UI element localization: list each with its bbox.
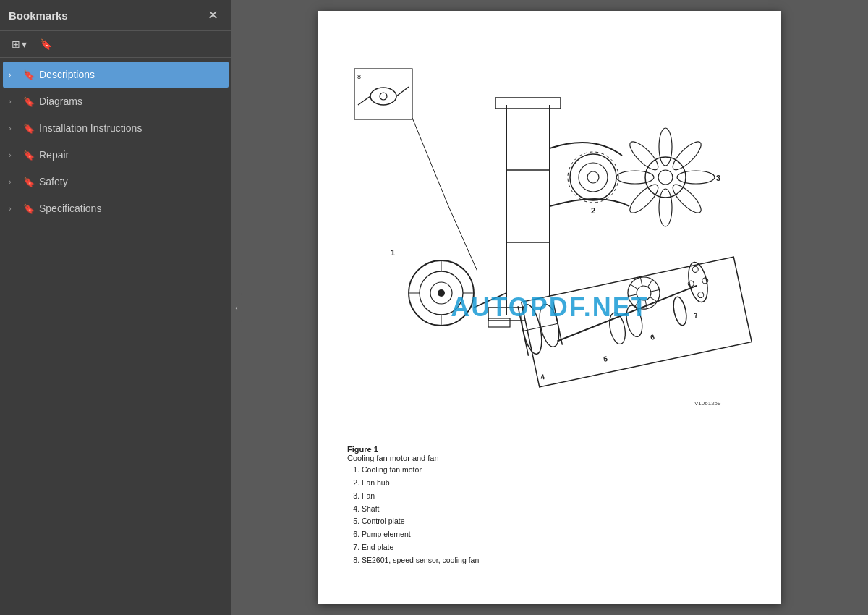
sidebar: Bookmarks ✕ ⊞ ▾ 🔖 › 🔖 Descriptions › 🔖 D… <box>0 0 231 615</box>
sidebar-title: Bookmarks <box>9 9 68 22</box>
parts-list-item: Fan hub <box>362 477 752 490</box>
bookmark-icon: 🔖 <box>23 96 35 107</box>
parts-list-item: End plate <box>362 541 752 554</box>
parts-list-item: SE2601, speed sensor, cooling fan <box>362 554 752 567</box>
bookmark-icon: 🔖 <box>23 150 35 161</box>
sidebar-item-label: Safety <box>39 176 221 187</box>
svg-text:1: 1 <box>391 248 395 257</box>
parts-list: Cooling fan motorFan hubFanShaftControl … <box>347 464 752 567</box>
parts-list-item: Fan <box>362 490 752 503</box>
sidebar-item-diagrams[interactable]: › 🔖 Diagrams <box>3 88 229 114</box>
sidebar-item-label: Repair <box>39 149 221 161</box>
expand-toggle-button[interactable]: ⊞ ▾ <box>7 35 31 53</box>
sidebar-item-label: Descriptions <box>39 69 221 80</box>
sidebar-item-label: Specifications <box>39 203 221 214</box>
parts-list-item: Cooling fan motor <box>362 464 752 477</box>
svg-text:3: 3 <box>716 174 720 182</box>
svg-point-34 <box>438 289 445 297</box>
expand-icon: ⊞ <box>12 38 20 50</box>
parts-list-item: Control plate <box>362 515 752 528</box>
figure-title-label: Figure 1 <box>347 445 378 454</box>
main-content: AUTOPDF.NET 8 <box>231 0 868 615</box>
chevron-right-icon: › <box>9 150 19 159</box>
parts-list-item: Pump element <box>362 528 752 541</box>
sidebar-item-label: Installation Instructions <box>39 122 221 134</box>
chevron-right-icon: › <box>9 70 19 79</box>
document-page: AUTOPDF.NET 8 <box>318 11 781 604</box>
figure-subtitle: Cooling fan motor and fan <box>347 454 439 462</box>
sidebar-item-label: Diagrams <box>39 96 221 107</box>
svg-rect-1 <box>354 69 412 119</box>
bookmark-icon: 🔖 <box>23 177 35 187</box>
sidebar-item-installation-instructions[interactable]: › 🔖 Installation Instructions <box>3 115 229 141</box>
sidebar-item-specifications[interactable]: › 🔖 Specifications <box>3 195 229 221</box>
bookmark-search-button[interactable]: 🔖 <box>35 35 56 53</box>
collapse-sidebar-button[interactable]: ‹ <box>231 293 242 322</box>
close-button[interactable]: ✕ <box>203 6 223 25</box>
sidebar-header: Bookmarks ✕ <box>0 0 231 31</box>
chevron-right-icon: › <box>9 124 19 132</box>
bookmark-icon: 🔖 <box>23 123 35 134</box>
bookmark-search-icon: 🔖 <box>40 38 52 50</box>
expand-chevron-icon: ▾ <box>22 38 27 50</box>
bookmark-icon: 🔖 <box>23 203 35 214</box>
sidebar-item-descriptions[interactable]: › 🔖 Descriptions <box>3 62 229 88</box>
chevron-right-icon: › <box>9 97 19 106</box>
chevron-right-icon: › <box>9 177 19 186</box>
svg-text:V1061259: V1061259 <box>694 400 721 407</box>
parts-list-item: Shaft <box>362 503 752 516</box>
bookmark-list: › 🔖 Descriptions › 🔖 Diagrams › 🔖 Instal… <box>0 58 231 615</box>
sidebar-toolbar: ⊞ ▾ 🔖 <box>0 31 231 58</box>
svg-text:2: 2 <box>591 206 595 215</box>
technical-diagram: 8 <box>347 33 752 438</box>
bookmark-icon: 🔖 <box>23 69 35 80</box>
sidebar-item-repair[interactable]: › 🔖 Repair <box>3 142 229 168</box>
figure-container: 8 <box>347 33 752 438</box>
chevron-right-icon: › <box>9 204 19 213</box>
figure-label: Figure 1 Cooling fan motor and fan <box>347 445 752 462</box>
sidebar-item-safety[interactable]: › 🔖 Safety <box>3 169 229 195</box>
svg-text:8: 8 <box>357 73 361 80</box>
